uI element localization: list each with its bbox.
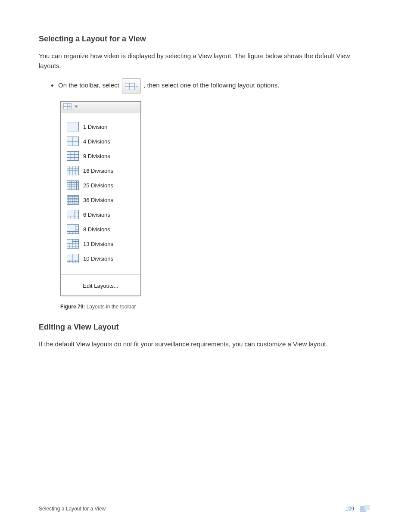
svg-rect-46 [67, 210, 79, 219]
layout-option-label: 4 Divisions [83, 138, 110, 145]
instruction-item: On the toolbar, select , then select one… [58, 78, 372, 93]
layout-option[interactable]: 13 Divisions [61, 236, 140, 251]
layout-option-label: 13 Divisions [83, 241, 113, 247]
layout-option-label: 6 Divisions [83, 212, 110, 218]
svg-marker-9 [75, 106, 78, 108]
dropdown-separator [61, 274, 140, 275]
layout-option[interactable]: 36 Divisions [61, 193, 140, 207]
instruction-text-post: , then select one of the following layou… [143, 81, 279, 89]
layout-option-label: 1 Division [83, 124, 107, 130]
layout-option-icon [67, 239, 79, 249]
document-page: Selecting a Layout for a View You can or… [0, 0, 411, 532]
layout-option[interactable]: 9 Divisions [61, 149, 140, 163]
layout-option-list: 1 Division4 Divisions9 Divisions16 Divis… [61, 113, 140, 272]
footer-section-title: Selecting a Layout for a View [39, 506, 106, 512]
intro-paragraph-2: If the default View layouts do not fit y… [39, 339, 372, 349]
layout-option-icon [67, 151, 79, 161]
layout-option-icon [67, 122, 79, 131]
layout-grid-icon [63, 103, 73, 109]
figure-label-bold: Figure 79: [60, 304, 85, 310]
layout-option-label: 16 Divisions [83, 168, 113, 174]
layout-grid-icon [125, 83, 138, 90]
layout-dropdown-toolbar [61, 102, 140, 113]
layout-option-icon [67, 254, 79, 263]
layout-option[interactable]: 6 Divisions [61, 207, 140, 222]
instruction-text-pre: On the toolbar, select [58, 81, 121, 89]
layout-option-icon [67, 180, 79, 190]
layout-option-icon [67, 195, 79, 205]
svg-rect-75 [364, 505, 370, 510]
intro-paragraph-1: You can organize how video is displayed … [39, 51, 372, 71]
svg-marker-4 [136, 86, 138, 87]
layout-option-label: 25 Divisions [83, 182, 113, 189]
layout-option-label: 10 Divisions [83, 255, 113, 262]
layout-dropdown-panel: 1 Division4 Divisions9 Divisions16 Divis… [60, 101, 141, 296]
layout-option[interactable]: 16 Divisions [61, 163, 140, 178]
layout-option-label: 9 Divisions [83, 153, 110, 159]
layout-dropdown-footer: Edit Layouts... [61, 277, 140, 296]
layout-option-icon [67, 166, 79, 175]
section-heading-editing: Editing a View Layout [39, 323, 372, 332]
svg-rect-26 [67, 181, 79, 190]
layout-option-icon [67, 137, 79, 146]
layout-option-icon [67, 224, 79, 234]
svg-rect-14 [67, 152, 79, 161]
layout-option[interactable]: 1 Division [61, 119, 140, 134]
layout-option-icon [67, 210, 79, 219]
layout-option[interactable]: 4 Divisions [61, 134, 140, 149]
section-heading-selecting: Selecting a Layout for a View [39, 34, 372, 44]
figure-caption: Figure 79: Layouts in the toolbar [60, 304, 372, 310]
instruction-list: On the toolbar, select , then select one… [39, 78, 372, 93]
figure-label-text: Layouts in the toolbar [85, 304, 136, 310]
layout-toolbar-button-inline [122, 78, 141, 93]
svg-rect-10 [67, 122, 79, 131]
layout-option[interactable]: 8 Divisions [61, 222, 140, 236]
layout-option[interactable]: 25 Divisions [61, 178, 140, 193]
chevron-down-icon [75, 105, 78, 108]
edit-layouts-link[interactable]: Edit Layouts... [83, 283, 118, 289]
layout-option[interactable]: 10 Divisions [61, 251, 140, 266]
layout-toolbar-button[interactable] [63, 103, 78, 109]
page-number: 109 [346, 506, 354, 512]
page-footer: Selecting a Layout for a View 109 [39, 505, 372, 513]
footer-right: 109 [346, 505, 372, 513]
footer-logo-icon [360, 505, 372, 513]
layout-option-label: 8 Divisions [83, 226, 110, 233]
layout-option-label: 36 Divisions [83, 197, 113, 203]
